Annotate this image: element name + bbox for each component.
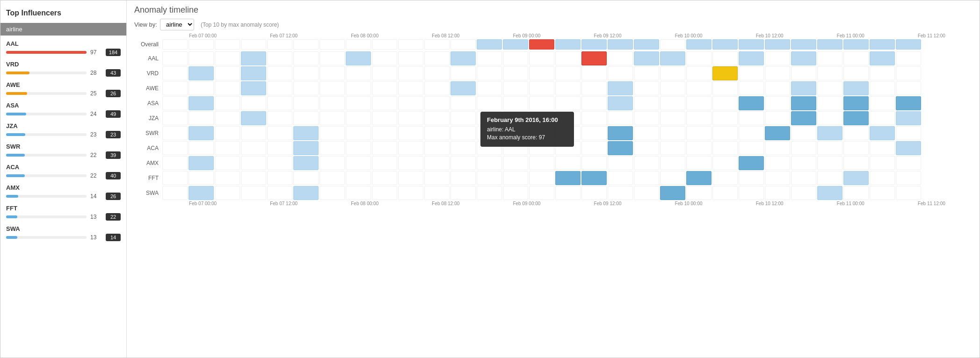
heatmap-cell[interactable]	[267, 111, 292, 125]
heatmap-cell[interactable]	[660, 51, 685, 65]
heatmap-cell[interactable]	[503, 66, 528, 80]
heatmap-cell[interactable]	[739, 96, 764, 110]
heatmap-cell[interactable]	[267, 66, 292, 80]
heatmap-cell[interactable]	[608, 96, 633, 110]
heatmap-cell[interactable]	[843, 141, 869, 155]
heatmap-cell[interactable]	[791, 81, 816, 95]
heatmap-cell[interactable]	[319, 81, 345, 95]
heatmap-cell[interactable]	[293, 156, 319, 170]
heatmap-cell[interactable]	[896, 156, 921, 170]
heatmap-cell[interactable]	[189, 66, 214, 80]
heatmap-cell[interactable]	[712, 51, 738, 65]
overall-cell[interactable]	[424, 39, 450, 50]
heatmap-cell[interactable]	[791, 66, 816, 80]
heatmap-cell[interactable]	[634, 51, 659, 65]
heatmap-cell[interactable]	[608, 156, 633, 170]
heatmap-cell[interactable]	[503, 156, 528, 170]
heatmap-cell[interactable]	[765, 111, 790, 125]
heatmap-cell[interactable]	[189, 96, 214, 110]
heatmap-cell[interactable]	[870, 66, 895, 80]
viewby-select[interactable]: airline	[160, 19, 194, 30]
heatmap-cell[interactable]	[896, 171, 921, 185]
heatmap-cell[interactable]	[660, 126, 685, 140]
heatmap-cell[interactable]	[424, 51, 450, 65]
heatmap-cell[interactable]	[843, 156, 869, 170]
heatmap-cell[interactable]	[372, 186, 397, 200]
heatmap-cell[interactable]	[319, 111, 345, 125]
heatmap-cell[interactable]	[398, 66, 423, 80]
heatmap-cell[interactable]	[267, 81, 292, 95]
heatmap-cell[interactable]	[477, 96, 502, 110]
heatmap-cell[interactable]	[765, 186, 790, 200]
heatmap-cell[interactable]	[162, 111, 188, 125]
heatmap-cell[interactable]	[555, 186, 581, 200]
heatmap-cell[interactable]	[162, 66, 188, 80]
heatmap-cell[interactable]	[843, 171, 869, 185]
heatmap-cell[interactable]	[581, 51, 607, 65]
heatmap-cell[interactable]	[765, 81, 790, 95]
heatmap-cell[interactable]	[372, 51, 397, 65]
heatmap-cell[interactable]	[477, 141, 502, 155]
heatmap-cell[interactable]	[162, 171, 188, 185]
overall-cell[interactable]	[870, 39, 895, 50]
heatmap-cell[interactable]	[424, 111, 450, 125]
heatmap-cell[interactable]	[608, 186, 633, 200]
heatmap-cell[interactable]	[529, 141, 554, 155]
heatmap-cell[interactable]	[241, 126, 266, 140]
heatmap-cell[interactable]	[608, 171, 633, 185]
heatmap-cell[interactable]	[791, 171, 816, 185]
heatmap-cell[interactable]	[372, 96, 397, 110]
heatmap-cell[interactable]	[189, 156, 214, 170]
heatmap-cell[interactable]	[372, 141, 397, 155]
heatmap-cell[interactable]	[896, 111, 921, 125]
heatmap-cell[interactable]	[293, 186, 319, 200]
overall-cell[interactable]	[450, 39, 476, 50]
heatmap-cell[interactable]	[189, 126, 214, 140]
overall-cell[interactable]	[346, 39, 371, 50]
heatmap-cell[interactable]	[817, 186, 842, 200]
heatmap-cell[interactable]	[398, 81, 423, 95]
heatmap-cell[interactable]	[293, 171, 319, 185]
heatmap-cell[interactable]	[346, 141, 371, 155]
heatmap-cell[interactable]	[450, 96, 476, 110]
heatmap-cell[interactable]	[372, 111, 397, 125]
heatmap-cell[interactable]	[372, 66, 397, 80]
heatmap-cell[interactable]	[162, 186, 188, 200]
heatmap-cell[interactable]	[712, 186, 738, 200]
heatmap-cell[interactable]	[870, 141, 895, 155]
heatmap-cell[interactable]	[817, 96, 842, 110]
heatmap-cell[interactable]	[791, 126, 816, 140]
heatmap-cell[interactable]	[424, 81, 450, 95]
heatmap-cell[interactable]	[529, 96, 554, 110]
heatmap-cell[interactable]	[870, 51, 895, 65]
heatmap-cell[interactable]	[608, 81, 633, 95]
heatmap-cell[interactable]	[398, 111, 423, 125]
overall-cell[interactable]	[241, 39, 266, 50]
heatmap-cell[interactable]	[189, 141, 214, 155]
heatmap-cell[interactable]	[686, 141, 711, 155]
heatmap-cell[interactable]	[267, 141, 292, 155]
heatmap-cell[interactable]	[739, 66, 764, 80]
heatmap-cell[interactable]	[241, 81, 266, 95]
heatmap-cell[interactable]	[424, 126, 450, 140]
heatmap-cell[interactable]	[896, 141, 921, 155]
heatmap-cell[interactable]	[215, 81, 240, 95]
heatmap-cell[interactable]	[686, 156, 711, 170]
heatmap-cell[interactable]	[215, 186, 240, 200]
heatmap-cell[interactable]	[450, 81, 476, 95]
heatmap-cell[interactable]	[817, 81, 842, 95]
overall-cell[interactable]	[555, 39, 581, 50]
heatmap-cell[interactable]	[608, 66, 633, 80]
heatmap-cell[interactable]	[241, 156, 266, 170]
heatmap-cell[interactable]	[424, 141, 450, 155]
heatmap-cell[interactable]	[712, 156, 738, 170]
heatmap-cell[interactable]	[346, 51, 371, 65]
heatmap-cell[interactable]	[346, 156, 371, 170]
heatmap-cell[interactable]	[267, 96, 292, 110]
heatmap-cell[interactable]	[791, 51, 816, 65]
heatmap-cell[interactable]	[555, 51, 581, 65]
heatmap-cell[interactable]	[634, 126, 659, 140]
heatmap-cell[interactable]	[791, 186, 816, 200]
heatmap-cell[interactable]	[477, 156, 502, 170]
heatmap-cell[interactable]	[712, 81, 738, 95]
